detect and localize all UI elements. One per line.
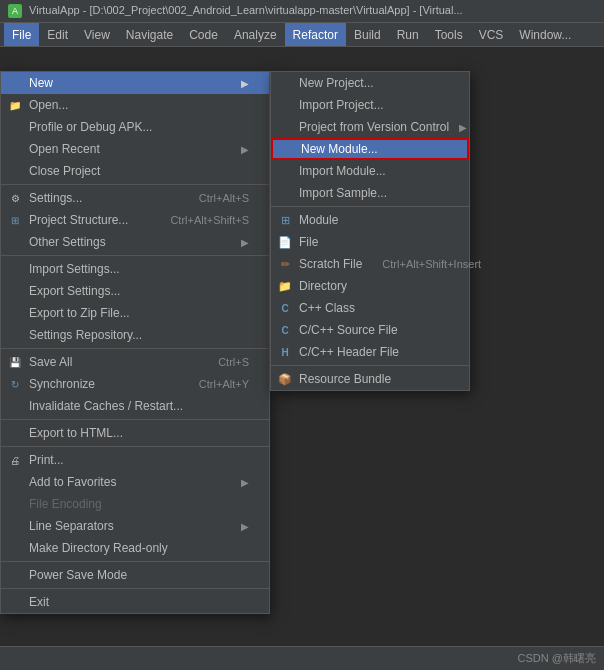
file-dropdown: New ▶ 📁 Open... Profile or Debug APK... … <box>0 71 270 614</box>
file-menu-import-settings[interactable]: Import Settings... <box>1 258 269 280</box>
separator-5 <box>1 446 269 447</box>
menu-analyze[interactable]: Analyze <box>226 23 285 46</box>
file-menu-settings-repo[interactable]: Settings Repository... <box>1 324 269 346</box>
cpp-source-icon: C <box>277 322 293 338</box>
new-submenu: New Project... Import Project... Project… <box>270 71 470 391</box>
menu-bar: File Edit View Navigate Code Analyze Ref… <box>0 23 604 47</box>
file-menu-file-encoding: File Encoding <box>1 493 269 515</box>
menu-view[interactable]: View <box>76 23 118 46</box>
new-cpp-header[interactable]: H C/C++ Header File <box>271 341 469 363</box>
project-from-vc[interactable]: Project from Version Control ▶ <box>271 116 469 138</box>
file-menu-save-all[interactable]: 💾 Save All Ctrl+S <box>1 351 269 373</box>
file-menu-open-recent[interactable]: Open Recent ▶ <box>1 138 269 160</box>
separator-new-2 <box>271 365 469 366</box>
module-icon: ⊞ <box>277 212 293 228</box>
print-icon: 🖨 <box>7 452 23 468</box>
new-cpp-class[interactable]: C C++ Class <box>271 297 469 319</box>
separator-new-1 <box>271 206 469 207</box>
main-content: New ▶ 📁 Open... Profile or Debug APK... … <box>0 47 604 641</box>
file-menu-line-separators[interactable]: Line Separators ▶ <box>1 515 269 537</box>
title-text: VirtualApp - [D:\002_Project\002_Android… <box>29 4 463 16</box>
menu-file[interactable]: File <box>4 23 39 46</box>
file-menu-power-save[interactable]: Power Save Mode <box>1 564 269 586</box>
structure-icon: ⊞ <box>7 212 23 228</box>
new-directory[interactable]: 📁 Directory <box>271 275 469 297</box>
new-project[interactable]: New Project... <box>271 72 469 94</box>
file-menu-export-html[interactable]: Export to HTML... <box>1 422 269 444</box>
new-resource-bundle[interactable]: 📦 Resource Bundle <box>271 368 469 390</box>
separator-1 <box>1 184 269 185</box>
separator-4 <box>1 419 269 420</box>
file-menu-make-readonly[interactable]: Make Directory Read-only <box>1 537 269 559</box>
separator-7 <box>1 588 269 589</box>
file-menu-synchronize[interactable]: ↻ Synchronize Ctrl+Alt+Y <box>1 373 269 395</box>
sync-icon: ↻ <box>7 376 23 392</box>
new-file[interactable]: 📄 File <box>271 231 469 253</box>
menu-build[interactable]: Build <box>346 23 389 46</box>
submenu-arrow-vc: ▶ <box>459 122 467 133</box>
file-menu-open[interactable]: 📁 Open... <box>1 94 269 116</box>
file-menu-new[interactable]: New ▶ <box>1 72 269 94</box>
new-module[interactable]: New Module... <box>271 138 469 160</box>
menu-refactor[interactable]: Refactor <box>285 23 346 46</box>
separator-2 <box>1 255 269 256</box>
directory-icon: 📁 <box>277 278 293 294</box>
app-logo: A <box>8 4 22 18</box>
file-menu-print[interactable]: 🖨 Print... <box>1 449 269 471</box>
file-menu-export-zip[interactable]: Export to Zip File... <box>1 302 269 324</box>
menu-tools[interactable]: Tools <box>427 23 471 46</box>
new-module-item[interactable]: ⊞ Module <box>271 209 469 231</box>
new-cpp-source[interactable]: C C/C++ Source File <box>271 319 469 341</box>
file-menu-settings[interactable]: ⚙ Settings... Ctrl+Alt+S <box>1 187 269 209</box>
resource-icon: 📦 <box>277 371 293 387</box>
submenu-arrow-favorites: ▶ <box>241 477 249 488</box>
title-bar: A VirtualApp - [D:\002_Project\002_Andro… <box>0 0 604 23</box>
file-icon: 📄 <box>277 234 293 250</box>
submenu-arrow-new: ▶ <box>241 78 249 89</box>
file-menu-exit[interactable]: Exit <box>1 591 269 613</box>
file-menu-close-project[interactable]: Close Project <box>1 160 269 182</box>
new-scratch-file[interactable]: ✏ Scratch File Ctrl+Alt+Shift+Insert <box>271 253 469 275</box>
import-module[interactable]: Import Module... <box>271 160 469 182</box>
separator-3 <box>1 348 269 349</box>
settings-icon: ⚙ <box>7 190 23 206</box>
file-menu-add-favorites[interactable]: Add to Favorites ▶ <box>1 471 269 493</box>
file-menu-profile[interactable]: Profile or Debug APK... <box>1 116 269 138</box>
import-sample[interactable]: Import Sample... <box>271 182 469 204</box>
folder-icon: 📁 <box>7 97 23 113</box>
file-menu-project-structure[interactable]: ⊞ Project Structure... Ctrl+Alt+Shift+S <box>1 209 269 231</box>
save-icon: 💾 <box>7 354 23 370</box>
menu-code[interactable]: Code <box>181 23 226 46</box>
menu-navigate[interactable]: Navigate <box>118 23 181 46</box>
file-menu-export-settings[interactable]: Export Settings... <box>1 280 269 302</box>
submenu-arrow-line: ▶ <box>241 521 249 532</box>
menu-edit[interactable]: Edit <box>39 23 76 46</box>
separator-6 <box>1 561 269 562</box>
cpp-header-icon: H <box>277 344 293 360</box>
file-menu-new-label: New <box>29 76 231 90</box>
bottom-status-bar: CSDN @韩曙亮 <box>0 646 604 670</box>
scratch-icon: ✏ <box>277 256 293 272</box>
menu-run[interactable]: Run <box>389 23 427 46</box>
file-menu-invalidate[interactable]: Invalidate Caches / Restart... <box>1 395 269 417</box>
menu-window[interactable]: Window... <box>511 23 579 46</box>
cpp-class-icon: C <box>277 300 293 316</box>
status-text: CSDN @韩曙亮 <box>518 651 596 666</box>
import-project[interactable]: Import Project... <box>271 94 469 116</box>
submenu-arrow-recent: ▶ <box>241 144 249 155</box>
file-menu-other-settings[interactable]: Other Settings ▶ <box>1 231 269 253</box>
menu-vcs[interactable]: VCS <box>471 23 512 46</box>
submenu-arrow-other: ▶ <box>241 237 249 248</box>
